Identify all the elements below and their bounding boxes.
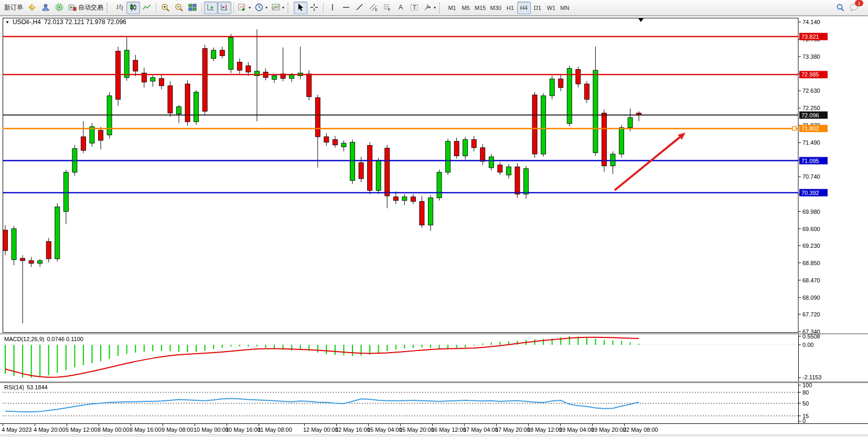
time-tick bbox=[336, 424, 337, 426]
chart-quote: 72.013 72.121 71.978 72.096 bbox=[44, 18, 126, 26]
main-toolbar: 新订单 自动交易 ▾ ▾ bbox=[0, 0, 868, 16]
price-tick-label: 74.140 bbox=[802, 19, 820, 25]
timeframe-h1-button[interactable]: H1 bbox=[503, 2, 517, 14]
candle-bullish bbox=[63, 172, 68, 212]
candle-bearish bbox=[20, 258, 25, 260]
timeframe-m1-button[interactable]: M1 bbox=[445, 2, 459, 14]
dropdown-caret-icon: ▾ bbox=[249, 5, 251, 10]
chart-shift-button[interactable] bbox=[218, 2, 231, 14]
signal-icon bbox=[55, 3, 63, 13]
candle-bearish bbox=[498, 165, 502, 172]
horizontal-scrollbar[interactable] bbox=[0, 434, 868, 437]
equidistant-channel-button[interactable]: E bbox=[367, 2, 380, 14]
timeframe-d1-button[interactable]: D1 bbox=[531, 2, 544, 14]
collapse-triangle-icon[interactable]: ▼ bbox=[5, 20, 9, 25]
vertical-line-button[interactable] bbox=[326, 2, 339, 14]
terminal-button[interactable] bbox=[52, 2, 66, 14]
price-tick-label: 72.250 bbox=[802, 105, 820, 111]
rsi-name: RSI(14) bbox=[4, 384, 24, 390]
candle-bearish bbox=[393, 197, 398, 201]
toolbar-separator bbox=[156, 3, 156, 13]
fibonacci-button[interactable]: F bbox=[380, 2, 394, 14]
time-tick bbox=[624, 424, 625, 426]
zoom-in-icon bbox=[161, 3, 169, 13]
timeframe-m5-button[interactable]: M5 bbox=[459, 2, 473, 14]
crosshair-button[interactable] bbox=[307, 2, 321, 14]
zoom-in-button[interactable] bbox=[158, 2, 172, 14]
candle-bearish bbox=[333, 139, 337, 145]
candle-bullish bbox=[437, 172, 442, 198]
trendline-button[interactable] bbox=[353, 2, 367, 14]
candle-bullish bbox=[550, 79, 554, 96]
autotrading-button[interactable]: 自动交易 bbox=[66, 2, 105, 14]
time-tick bbox=[195, 424, 195, 426]
price-tick-label: 67.340 bbox=[802, 329, 820, 333]
chart-title: ▼ USOil-,H4 72.013 72.121 71.978 72.096 bbox=[5, 18, 126, 26]
macd-pane[interactable]: 0.55080.00-2.1153 bbox=[0, 334, 868, 381]
candle-bearish bbox=[420, 201, 424, 225]
template-icon bbox=[272, 3, 280, 13]
line-chart-button[interactable] bbox=[140, 2, 154, 14]
timeframe-w1-button[interactable]: W1 bbox=[544, 2, 558, 14]
toolbar-grip bbox=[106, 3, 110, 13]
time-axis-label: 22 May 08:00 bbox=[623, 427, 658, 433]
bar-chart-icon bbox=[115, 3, 124, 13]
bar-chart-button[interactable] bbox=[113, 2, 126, 14]
horizontal-line-button[interactable] bbox=[339, 2, 353, 14]
candle-bullish bbox=[463, 139, 468, 156]
text-label-button[interactable]: T bbox=[408, 2, 421, 14]
time-tick bbox=[592, 424, 593, 426]
channel-icon: E bbox=[369, 3, 378, 13]
candlestick-chart-button[interactable] bbox=[126, 2, 140, 14]
templates-button[interactable]: ▾ bbox=[270, 2, 286, 14]
time-axis-label: 12 May 16:00 bbox=[335, 427, 370, 433]
rsi-pane[interactable]: 1008050150 bbox=[0, 383, 868, 424]
time-axis-label: 15 May 20:00 bbox=[399, 427, 434, 433]
main-price-chart[interactable]: 74.14073.76073.38073.00072.63072.25071.8… bbox=[0, 18, 868, 333]
timeframe-h4-button[interactable]: H4 bbox=[517, 2, 531, 14]
auto-scroll-button[interactable] bbox=[204, 2, 218, 14]
candle-bearish bbox=[237, 62, 242, 70]
time-tick bbox=[99, 424, 99, 426]
time-tick bbox=[304, 424, 305, 426]
rsi-axis-label: 0 bbox=[802, 418, 806, 424]
candle-bearish bbox=[454, 141, 459, 156]
svg-text:A: A bbox=[399, 4, 403, 11]
search-button[interactable] bbox=[833, 2, 847, 14]
navigator-button[interactable] bbox=[39, 2, 52, 14]
text-button[interactable]: A bbox=[394, 2, 408, 14]
tile-windows-button[interactable] bbox=[186, 2, 199, 14]
time-tick bbox=[496, 424, 497, 426]
time-tick bbox=[163, 424, 163, 426]
candle-bearish bbox=[3, 230, 8, 250]
toolbar-separator bbox=[201, 3, 202, 13]
time-tick bbox=[464, 424, 465, 426]
candle-bearish bbox=[515, 167, 520, 194]
market-watch-button[interactable] bbox=[25, 2, 39, 14]
macd-name: MACD(12,26,9) bbox=[4, 336, 44, 342]
price-tick-label: 69.980 bbox=[802, 209, 820, 215]
text-label-icon: T bbox=[410, 3, 419, 13]
candle-bearish bbox=[133, 60, 138, 71]
toolbar-separator bbox=[323, 3, 324, 13]
new-order-button[interactable]: 新订单 bbox=[2, 2, 25, 14]
rsi-value: 53.1844 bbox=[27, 384, 48, 390]
price-tag-label: 72.096 bbox=[801, 112, 819, 118]
periods-button[interactable]: ▾ bbox=[253, 2, 270, 14]
arrows-button[interactable]: ▾ bbox=[421, 2, 438, 14]
cursor-button[interactable] bbox=[294, 2, 307, 14]
timeframe-m30-button[interactable]: M30 bbox=[488, 2, 503, 14]
time-axis-label: 19 May 04:00 bbox=[559, 427, 594, 433]
notifications-button[interactable]: 1 bbox=[847, 2, 861, 14]
indicators-button[interactable]: ▾ bbox=[236, 2, 253, 14]
time-axis-label: 9 May 08:00 bbox=[162, 427, 194, 433]
price-tick-label: 68.470 bbox=[802, 277, 820, 283]
rsi-axis-label: 100 bbox=[802, 383, 812, 388]
svg-text:T: T bbox=[413, 4, 416, 10]
timeframe-mn-button[interactable]: MN bbox=[558, 2, 572, 14]
zoom-out-button[interactable] bbox=[172, 2, 186, 14]
time-axis-label: 4 May 2023 bbox=[2, 427, 31, 433]
time-axis[interactable]: 4 May 20234 May 20:005 May 12:008 May 00… bbox=[0, 424, 868, 434]
candle-bullish bbox=[151, 78, 155, 81]
timeframe-m15-button[interactable]: M15 bbox=[473, 2, 488, 14]
